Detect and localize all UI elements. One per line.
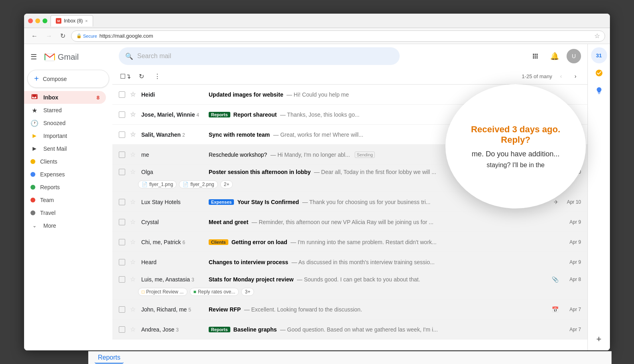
browser-tab[interactable]: M Inbox (8) ×	[51, 15, 93, 26]
sidebar-item-sent[interactable]: ► Sent Mail	[24, 142, 106, 155]
email-row[interactable]: ☆ me Reschedule workshop? — Hi Mandy, I'…	[112, 145, 587, 165]
attachment-chip[interactable]: ■ Reply rates ove...	[190, 288, 239, 296]
email-checkbox[interactable]	[119, 199, 125, 205]
email-row[interactable]: ☆ John, Richard, me 5 Review RFP — Excel…	[112, 299, 587, 320]
email-checkbox[interactable]	[119, 169, 125, 175]
more-chevron-icon: ⌄	[30, 223, 39, 229]
bookmark-star-icon[interactable]: ☆	[594, 32, 600, 40]
star-btn[interactable]: ☆	[130, 238, 138, 246]
sidebar-item-clients[interactable]: Clients	[24, 155, 106, 168]
sidebar-item-inbox[interactable]: Inbox 8	[24, 91, 106, 104]
more-attachments-chip[interactable]: 2+	[220, 180, 233, 188]
notifications-icon[interactable]: 🔔	[547, 49, 562, 63]
forward-btn[interactable]: →	[43, 31, 55, 41]
snoozed-label: Snoozed	[43, 120, 100, 126]
calendar-sidebar-btn[interactable]: 31	[591, 47, 607, 63]
sidebar-item-more[interactable]: ⌄ More	[24, 219, 106, 232]
email-checkbox[interactable]	[119, 259, 125, 265]
back-btn[interactable]: ←	[29, 31, 40, 41]
tasks-sidebar-btn[interactable]	[591, 65, 607, 81]
email-body: Review RFP — Excellent. Looking forward …	[209, 306, 549, 313]
star-btn[interactable]: ☆	[130, 305, 138, 313]
sidebar-item-team[interactable]: Team	[24, 194, 106, 206]
email-checkbox[interactable]	[119, 306, 125, 313]
email-row[interactable]: ☆ Luis, me, Anastasia 3 Stats for Monday…	[112, 272, 587, 299]
apps-grid-icon[interactable]	[528, 49, 543, 63]
more-options-btn[interactable]: ⋮	[151, 70, 164, 83]
attachment-chip[interactable]: 📄 flyer_2.png	[179, 180, 217, 188]
email-subject: Poster session this afternoon in lobby	[209, 169, 311, 175]
search-box[interactable]: 🔍 Search mail	[119, 47, 400, 65]
refresh-btn[interactable]: ↻	[135, 70, 148, 83]
user-avatar[interactable]: U	[567, 49, 581, 63]
chip-label: Reply rates ove...	[198, 289, 235, 295]
keep-sidebar-btn[interactable]	[591, 83, 607, 99]
email-checkbox[interactable]	[119, 219, 125, 225]
email-checkbox[interactable]	[119, 111, 125, 118]
star-btn[interactable]: ☆	[130, 258, 138, 266]
email-row[interactable]: ☆ Andrea, Jose 3 Reports Baseline graphs…	[112, 320, 587, 340]
inbox-badge: 8	[97, 95, 100, 101]
email-row[interactable]: ☆ Chi, me, Patrick 6 Clients Getting err…	[112, 232, 587, 252]
address-url: https://mail.google.com	[100, 33, 153, 39]
email-sender: Crystal	[141, 219, 205, 225]
star-btn[interactable]: ☆	[130, 218, 138, 226]
sidebar-item-reports[interactable]: Reports	[24, 181, 106, 194]
hamburger-icon[interactable]: ☰	[30, 53, 37, 61]
sidebar-item-travel[interactable]: Travel	[24, 206, 106, 219]
email-body: Clients Getting error on load — I'm runn…	[209, 239, 559, 245]
add-apps-btn[interactable]: +	[591, 331, 607, 347]
email-checkbox[interactable]	[119, 131, 125, 138]
email-subject: Review RFP	[209, 306, 241, 313]
sidebar-item-snoozed[interactable]: 🕐 Snoozed	[24, 117, 106, 129]
team-dot	[30, 198, 35, 202]
select-all-btn[interactable]: ☐↴	[119, 70, 132, 83]
more-attachments-chip[interactable]: 3+	[241, 288, 254, 296]
sidebar-item-starred[interactable]: ★ Starred	[24, 104, 106, 117]
reload-btn[interactable]: ↻	[58, 30, 68, 41]
star-btn[interactable]: ☆	[130, 168, 138, 176]
email-checkbox[interactable]	[119, 326, 125, 333]
sidebar-item-important[interactable]: ► Important	[24, 129, 106, 142]
search-input[interactable]: Search mail	[137, 53, 393, 60]
email-checkbox[interactable]	[119, 239, 125, 245]
tab-close-btn[interactable]: ×	[85, 18, 87, 23]
attachment-chip[interactable]: □ Project Review ...	[138, 288, 187, 296]
gmail-logo-icon	[43, 51, 56, 63]
address-bar[interactable]: 🔒 Secure https://mail.google.com ☆	[71, 30, 605, 42]
close-window-btn[interactable]	[28, 18, 33, 23]
email-row[interactable]: ☆ Salit, Wanzhen 2 Sync with remote team…	[112, 125, 587, 145]
reports-label: Reports	[40, 184, 100, 190]
email-row[interactable]: ☆ Olga Poster session this afternoon in …	[112, 165, 587, 192]
email-date: Apr 7	[562, 327, 581, 332]
star-btn[interactable]: ☆	[130, 131, 138, 138]
star-btn[interactable]: ☆	[130, 151, 138, 158]
minimize-window-btn[interactable]	[35, 18, 40, 23]
star-btn[interactable]: ☆	[130, 111, 138, 118]
maximize-window-btn[interactable]	[43, 18, 47, 23]
email-checkbox[interactable]	[119, 152, 125, 158]
window-controls	[28, 18, 47, 23]
star-icon: ★	[30, 107, 39, 114]
email-date: Apr 8	[562, 277, 581, 282]
email-row[interactable]: ☆ Lux Stay Hotels Expenses Your Stay Is …	[112, 192, 587, 212]
sidebar-item-expenses[interactable]: Expenses	[24, 168, 106, 181]
email-body: Stats for Monday project review — Sounds…	[209, 276, 549, 283]
email-row[interactable]: ☆ Crystal Meet and greet — Reminder, thi…	[112, 212, 587, 232]
star-btn[interactable]: ☆	[130, 91, 138, 98]
email-row[interactable]: ☆ Jose, Mariel, Winnie 4 Reports Report …	[112, 105, 587, 125]
star-btn[interactable]: ☆	[130, 275, 138, 283]
pagination-next-btn[interactable]: ›	[570, 71, 581, 82]
file-icon: 📄	[142, 182, 148, 187]
compose-button[interactable]: + Compose	[27, 70, 109, 88]
email-checkbox[interactable]	[119, 91, 125, 98]
email-subject: Reschedule workshop?	[209, 152, 267, 158]
email-checkbox[interactable]	[119, 276, 125, 283]
star-btn[interactable]: ☆	[130, 326, 138, 333]
email-row[interactable]: ☆ Heidi Updated images for website — Hi!…	[112, 85, 587, 105]
attachment-chip[interactable]: 📄 flyer_1.png	[138, 180, 177, 188]
star-btn[interactable]: ☆	[130, 198, 138, 206]
email-body: Meet and greet — Reminder, this afternoo…	[209, 219, 559, 225]
email-row[interactable]: ☆ Heard Changes to interview process — A…	[112, 252, 587, 272]
expenses-dot	[30, 172, 35, 177]
